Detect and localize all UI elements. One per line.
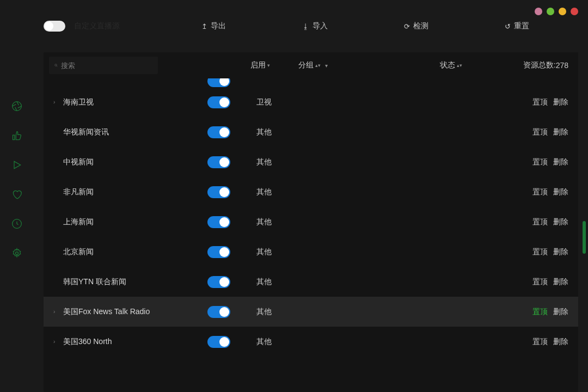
svg-point-0 — [13, 102, 22, 111]
row-actions: 置顶删除 — [532, 217, 568, 227]
enable-toggle[interactable] — [207, 126, 230, 138]
search-icon — [54, 62, 58, 69]
pin-button[interactable]: 置顶 — [532, 247, 548, 257]
enable-toggle[interactable] — [207, 96, 230, 108]
search-box[interactable] — [49, 57, 158, 74]
import-button[interactable]: ⭳ 导入 — [302, 21, 328, 31]
enable-toggle[interactable] — [207, 336, 230, 348]
column-group[interactable]: 分组 ▴▾ ▾ — [298, 60, 328, 70]
import-label: 导入 — [313, 21, 328, 31]
expand-icon[interactable]: › — [53, 309, 63, 315]
delete-button[interactable]: 删除 — [553, 127, 568, 137]
svg-point-3 — [16, 252, 19, 255]
channel-name: 华视新闻资讯 — [63, 127, 207, 137]
enable-toggle[interactable] — [207, 186, 230, 198]
row-actions: 置顶删除 — [532, 187, 568, 197]
pin-button[interactable]: 置顶 — [532, 127, 548, 137]
table-row[interactable]: 中视新闻其他置顶删除 — [44, 147, 578, 177]
pin-button[interactable]: 置顶 — [532, 97, 548, 107]
scrollbar-thumb[interactable] — [583, 221, 586, 254]
gear-icon[interactable] — [11, 248, 22, 259]
search-input[interactable] — [61, 62, 152, 70]
window-max-button[interactable] — [559, 8, 566, 15]
sort-icon: ▾ — [267, 63, 270, 68]
sidebar — [0, 0, 34, 392]
channel-group: 其他 — [256, 217, 365, 227]
delete-button[interactable]: 删除 — [553, 337, 568, 347]
delete-button[interactable]: 删除 — [553, 157, 568, 167]
channel-name: 上海新闻 — [63, 217, 207, 227]
column-status[interactable]: 状态 ▴▾ — [440, 60, 462, 70]
channel-group: 其他 — [256, 247, 365, 257]
enable-toggle[interactable] — [207, 306, 230, 318]
delete-button[interactable]: 删除 — [553, 277, 568, 287]
import-icon: ⭳ — [302, 22, 309, 30]
window-close-button[interactable] — [571, 8, 578, 15]
sort-icon: ▴▾ — [315, 63, 321, 68]
pin-button[interactable]: 置顶 — [532, 337, 548, 347]
channel-group: 其他 — [256, 127, 365, 137]
pin-button[interactable]: 置顶 — [532, 187, 548, 197]
channel-name: 中视新闻 — [63, 157, 207, 167]
column-enable[interactable]: 启用 ▾ — [250, 60, 270, 70]
svg-point-4 — [55, 64, 57, 66]
table-row[interactable]: ›美国360 North其他置顶删除 — [44, 327, 578, 357]
delete-button[interactable]: 删除 — [553, 187, 568, 197]
play-icon[interactable] — [11, 160, 22, 170]
window-controls — [535, 8, 578, 15]
channel-name: 韩国YTN 联合新闻 — [63, 277, 207, 287]
delete-button[interactable]: 删除 — [553, 97, 568, 107]
sort-icon: ▴▾ — [457, 63, 462, 68]
pin-button[interactable]: 置顶 — [532, 157, 548, 167]
enable-toggle[interactable] — [207, 246, 230, 258]
heart-icon[interactable] — [11, 189, 22, 200]
reset-button[interactable]: ↺ 重置 — [505, 21, 529, 31]
table-row[interactable]: ›美国Fox News Talk Radio其他置顶删除 — [44, 297, 578, 327]
export-icon: ↥ — [201, 22, 207, 30]
pin-button[interactable]: 置顶 — [532, 217, 548, 227]
pin-button[interactable]: 置顶 — [532, 307, 548, 317]
table-row[interactable]: ›海南卫视卫视置顶删除 — [44, 87, 578, 117]
enable-toggle[interactable] — [207, 276, 230, 288]
resource-count: 资源总数:278 — [523, 60, 568, 70]
delete-button[interactable]: 删除 — [553, 247, 568, 257]
enable-toggle[interactable] — [207, 156, 230, 168]
window-pin-button[interactable] — [535, 8, 542, 15]
row-actions: 置顶删除 — [532, 157, 568, 167]
window-min-button[interactable] — [547, 8, 554, 15]
enable-toggle[interactable] — [207, 216, 230, 228]
expand-icon[interactable]: › — [53, 339, 63, 345]
toolbar: 自定义直播源 ↥ 导出 ⭳ 导入 ⟳ 检测 ↺ 重置 — [44, 0, 578, 52]
chevron-down-icon: ▾ — [325, 63, 328, 69]
custom-source-toggle[interactable] — [44, 21, 65, 32]
row-actions: 置顶删除 — [532, 337, 568, 347]
channel-group: 其他 — [256, 157, 365, 167]
export-button[interactable]: ↥ 导出 — [201, 21, 226, 31]
table-row[interactable]: 华视新闻资讯其他置顶删除 — [44, 117, 578, 147]
delete-button[interactable]: 删除 — [553, 307, 568, 317]
delete-button[interactable]: 删除 — [553, 217, 568, 227]
channel-panel: 启用 ▾ 分组 ▴▾ ▾ 状态 ▴▾ 资源总数:278 ›海南卫视卫视置顶删除华… — [44, 52, 578, 392]
table-row[interactable]: 北京新闻其他置顶删除 — [44, 237, 578, 267]
check-button[interactable]: ⟳ 检测 — [404, 21, 428, 31]
channel-group: 卫视 — [256, 97, 365, 107]
channel-name: 北京新闻 — [63, 247, 207, 257]
enable-toggle[interactable] — [207, 78, 230, 87]
check-label: 检测 — [413, 21, 428, 31]
clock-icon[interactable] — [11, 218, 22, 229]
row-actions: 置顶删除 — [532, 277, 568, 287]
table-row[interactable]: 韩国YTN 联合新闻其他置顶删除 — [44, 267, 578, 297]
channel-group: 其他 — [256, 337, 365, 347]
aperture-icon[interactable] — [11, 101, 22, 112]
expand-icon[interactable]: › — [53, 99, 63, 105]
table-row[interactable]: 非凡新闻其他置顶删除 — [44, 177, 578, 207]
panel-header: 启用 ▾ 分组 ▴▾ ▾ 状态 ▴▾ 资源总数:278 — [44, 52, 578, 78]
thumbs-up-icon[interactable] — [11, 130, 22, 141]
channel-name: 美国360 North — [63, 337, 207, 347]
table-row[interactable]: 上海新闻其他置顶删除 — [44, 207, 578, 237]
table-row[interactable] — [44, 78, 578, 87]
export-label: 导出 — [211, 21, 226, 31]
channel-name: 非凡新闻 — [63, 187, 207, 197]
pin-button[interactable]: 置顶 — [532, 277, 548, 287]
check-icon: ⟳ — [404, 22, 410, 30]
